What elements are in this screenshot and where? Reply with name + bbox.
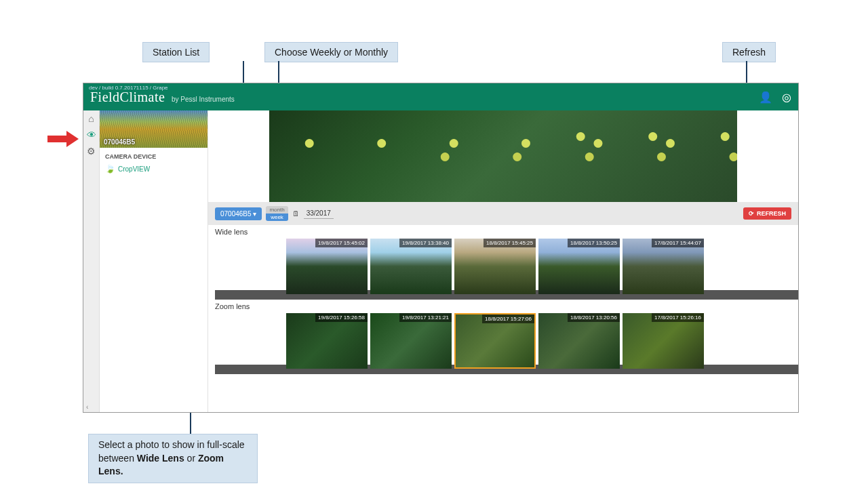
refresh-button[interactable]: ⟳ REFRESH bbox=[743, 207, 791, 220]
callout-text: or bbox=[184, 453, 198, 464]
calendar-icon[interactable]: 🗓 bbox=[292, 209, 300, 218]
hero-image bbox=[269, 110, 737, 202]
callout-station-list: Station List bbox=[142, 42, 210, 62]
zoom-lens-section: Zoom lens 19/8/2017 15:26:58 19/8/2017 1… bbox=[208, 300, 798, 374]
thumb-timestamp: 18/8/2017 13:20:56 bbox=[568, 313, 620, 322]
thumb-timestamp: 18/8/2017 13:50:25 bbox=[568, 239, 620, 247]
thumb-timestamp: 17/8/2017 15:44:07 bbox=[652, 239, 704, 247]
device-section: CAMERA DEVICE 🍃 CropVIEW bbox=[100, 148, 208, 179]
station-dropdown[interactable]: 070046B5 ▾ bbox=[215, 207, 262, 220]
home-icon[interactable]: ⌂ bbox=[88, 113, 94, 124]
controls-bar: 070046B5 ▾ month week 🗓 33/2017 ⟳ REFRES… bbox=[208, 202, 798, 225]
user-icon[interactable]: 👤 bbox=[759, 91, 772, 104]
toggle-month[interactable]: month bbox=[266, 206, 288, 214]
device-title: CAMERA DEVICE bbox=[105, 153, 202, 160]
callout-select-photo: Select a photo to show in full-scale bet… bbox=[88, 434, 258, 483]
zoom-lens-title: Zoom lens bbox=[215, 302, 798, 310]
thumb-wide[interactable]: 18/8/2017 13:50:25 bbox=[538, 239, 620, 294]
logo-sub: by Pessl Instruments bbox=[172, 96, 235, 103]
logo: FieldClimate by Pessl Instruments bbox=[90, 89, 235, 105]
wide-lens-section: Wide lens 19/8/2017 15:45:02 19/8/2017 1… bbox=[208, 225, 798, 300]
thumb-timestamp: 19/8/2017 15:26:58 bbox=[315, 313, 368, 322]
nav-sidebar: ⌂ 👁 ⚙ bbox=[83, 110, 100, 412]
thumb-timestamp: 19/8/2017 15:45:02 bbox=[315, 239, 368, 247]
station-image[interactable]: 070046B5 bbox=[100, 110, 208, 148]
red-arrow-annotation bbox=[47, 132, 81, 146]
thumb-zoom-selected[interactable]: 18/8/2017 15:27:06 bbox=[454, 313, 536, 369]
callout-choose-period: Choose Weekly or Monthly bbox=[264, 42, 398, 62]
gear-icon[interactable]: ⚙ bbox=[87, 146, 96, 157]
thumb-zoom[interactable]: 18/8/2017 13:20:56 bbox=[538, 313, 620, 369]
device-item[interactable]: 🍃 CropVIEW bbox=[105, 164, 202, 174]
thumb-timestamp: 18/8/2017 15:45:25 bbox=[484, 239, 536, 247]
thumb-zoom[interactable]: 19/8/2017 15:26:58 bbox=[286, 313, 368, 369]
leaf-icon: 🍃 bbox=[105, 164, 115, 174]
main-content: 070046B5 ▾ month week 🗓 33/2017 ⟳ REFRES… bbox=[208, 110, 798, 412]
app-body: ⌂ 👁 ⚙ 070046B5 CAMERA DEVICE 🍃 CropVIEW … bbox=[83, 110, 798, 412]
hero-area bbox=[208, 110, 798, 202]
wide-lens-title: Wide lens bbox=[215, 228, 798, 236]
thumb-wide[interactable]: 19/8/2017 15:45:02 bbox=[286, 239, 368, 294]
thumb-timestamp: 19/8/2017 13:38:40 bbox=[399, 239, 452, 247]
device-name: CropVIEW bbox=[118, 165, 150, 173]
collapse-caret-icon[interactable]: ‹ bbox=[86, 403, 88, 411]
eye-icon[interactable]: 👁 bbox=[87, 129, 96, 140]
app-window: dev / build 0.7.20171115 / Grape FieldCl… bbox=[83, 83, 799, 413]
wide-thumbs: 19/8/2017 15:45:02 19/8/2017 13:38:40 18… bbox=[215, 239, 798, 300]
callout-refresh: Refresh bbox=[722, 42, 776, 62]
period-toggle: month week bbox=[266, 206, 288, 221]
broadcast-icon[interactable]: ◎ bbox=[782, 91, 791, 104]
thumb-zoom[interactable]: 17/8/2017 15:26:16 bbox=[623, 313, 704, 369]
zoom-thumbs: 19/8/2017 15:26:58 19/8/2017 13:21:21 18… bbox=[215, 313, 798, 374]
station-panel: 070046B5 CAMERA DEVICE 🍃 CropVIEW bbox=[100, 110, 208, 412]
app-header: dev / build 0.7.20171115 / Grape FieldCl… bbox=[83, 83, 798, 110]
breadcrumb: dev / build 0.7.20171115 / Grape bbox=[89, 85, 168, 91]
station-id: 070046B5 bbox=[104, 138, 135, 146]
refresh-label: REFRESH bbox=[757, 210, 786, 217]
date-field[interactable]: 33/2017 bbox=[304, 208, 334, 219]
thumb-timestamp: 19/8/2017 13:21:21 bbox=[399, 313, 452, 322]
thumb-zoom[interactable]: 19/8/2017 13:21:21 bbox=[370, 313, 452, 369]
thumb-wide[interactable]: 18/8/2017 15:45:25 bbox=[454, 239, 536, 294]
thumb-wide[interactable]: 19/8/2017 13:38:40 bbox=[370, 239, 452, 294]
header-icons: 👤 ◎ bbox=[759, 91, 791, 104]
thumb-timestamp: 17/8/2017 15:26:16 bbox=[652, 313, 704, 322]
thumb-wide[interactable]: 17/8/2017 15:44:07 bbox=[623, 239, 704, 294]
toggle-week[interactable]: week bbox=[266, 214, 288, 221]
logo-main: FieldClimate bbox=[90, 89, 165, 104]
thumb-timestamp: 18/8/2017 15:27:06 bbox=[482, 314, 534, 323]
callout-bold: Wide Lens bbox=[137, 453, 184, 464]
refresh-icon: ⟳ bbox=[749, 210, 754, 217]
